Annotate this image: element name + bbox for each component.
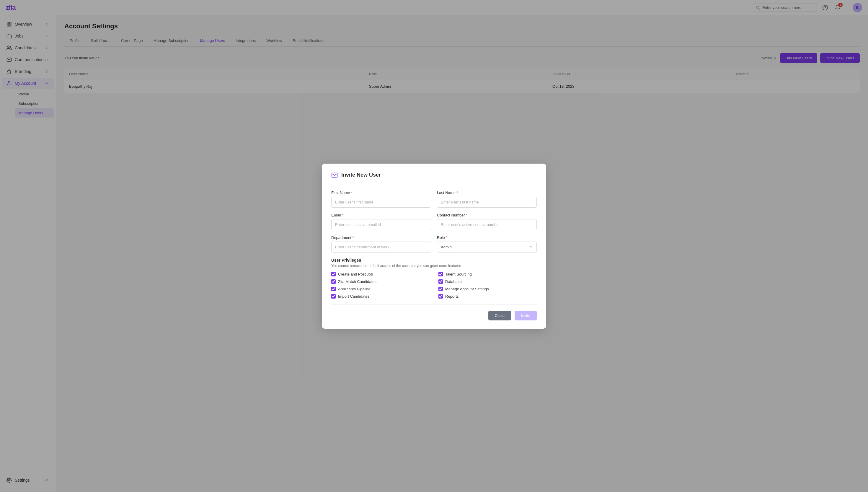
privilege-label-manage-account: Manage Account Settings [445, 287, 489, 291]
close-button[interactable]: Close [488, 311, 511, 320]
email-label: Email * [331, 213, 431, 217]
contact-label: Contact Number * [437, 213, 537, 217]
role-select-wrapper: Admin Super Admin Recruiter Viewer [437, 242, 537, 252]
modal-form: First Name * Last Name * Email * [331, 191, 537, 299]
form-group-email: Email * [331, 213, 431, 230]
envelope-icon [331, 172, 338, 178]
privilege-create-post-job: Create and Post Job [331, 272, 430, 276]
privileges-grid: Create and Post Job Talent Sourcing Zita… [331, 272, 537, 299]
privilege-label-zita-match: Zita Match Candidates [338, 279, 377, 284]
checkbox-import-candidates[interactable] [331, 294, 336, 299]
modal-overlay[interactable]: Invite New User First Name * Last Name * [0, 0, 868, 492]
privilege-import-candidates: Import Candidates [331, 294, 430, 299]
form-group-contact: Contact Number * [437, 213, 537, 230]
privilege-database: Database [438, 279, 537, 284]
form-group-department: Department * [331, 236, 431, 252]
privileges-section: User Privileges You cannot remove the de… [331, 258, 537, 299]
modal-footer: Close Invite [331, 304, 537, 320]
checkbox-create-post-job[interactable] [331, 272, 336, 276]
department-label: Department * [331, 236, 431, 240]
form-group-role: Role * Admin Super Admin Recruiter Viewe… [437, 236, 537, 252]
first-name-label: First Name * [331, 191, 431, 195]
email-input[interactable] [331, 219, 431, 230]
last-name-label: Last Name * [437, 191, 537, 195]
contact-input[interactable] [437, 219, 537, 230]
modal-title: Invite New User [341, 172, 381, 178]
checkbox-reports[interactable] [438, 294, 443, 299]
checkbox-talent-sourcing[interactable] [438, 272, 443, 276]
privilege-zita-match: Zita Match Candidates [331, 279, 430, 284]
privilege-label-talent-sourcing: Talent Sourcing [445, 272, 472, 276]
role-select[interactable]: Admin Super Admin Recruiter Viewer [437, 242, 537, 252]
privilege-talent-sourcing: Talent Sourcing [438, 272, 537, 276]
privilege-label-import-candidates: Import Candidates [338, 294, 369, 299]
form-group-last-name: Last Name * [437, 191, 537, 207]
privilege-applicants-pipeline: Applicants Pipeline [331, 287, 430, 291]
modal-header: Invite New User [331, 172, 537, 184]
department-input[interactable] [331, 242, 431, 252]
privilege-label-database: Database [445, 279, 462, 284]
form-row-dept-role: Department * Role * Admin Super Admin Re… [331, 236, 537, 252]
checkbox-database[interactable] [438, 279, 443, 284]
checkbox-applicants-pipeline[interactable] [331, 287, 336, 291]
privileges-title: User Privileges [331, 258, 537, 263]
invite-user-modal: Invite New User First Name * Last Name * [322, 164, 546, 329]
privileges-subtitle: You cannot remove the default access of … [331, 264, 537, 268]
checkbox-zita-match[interactable] [331, 279, 336, 284]
form-group-first-name: First Name * [331, 191, 431, 207]
privilege-label-reports: Reports [445, 294, 459, 299]
privilege-label-applicants-pipeline: Applicants Pipeline [338, 287, 371, 291]
form-row-contact: Email * Contact Number * [331, 213, 537, 230]
last-name-input[interactable] [437, 197, 537, 207]
checkbox-manage-account[interactable] [438, 287, 443, 291]
first-name-input[interactable] [331, 197, 431, 207]
privilege-manage-account: Manage Account Settings [438, 287, 537, 291]
privilege-label-create-post-job: Create and Post Job [338, 272, 373, 276]
invite-button[interactable]: Invite [515, 311, 537, 320]
privilege-reports: Reports [438, 294, 537, 299]
form-row-name: First Name * Last Name * [331, 191, 537, 207]
role-label: Role * [437, 236, 537, 240]
